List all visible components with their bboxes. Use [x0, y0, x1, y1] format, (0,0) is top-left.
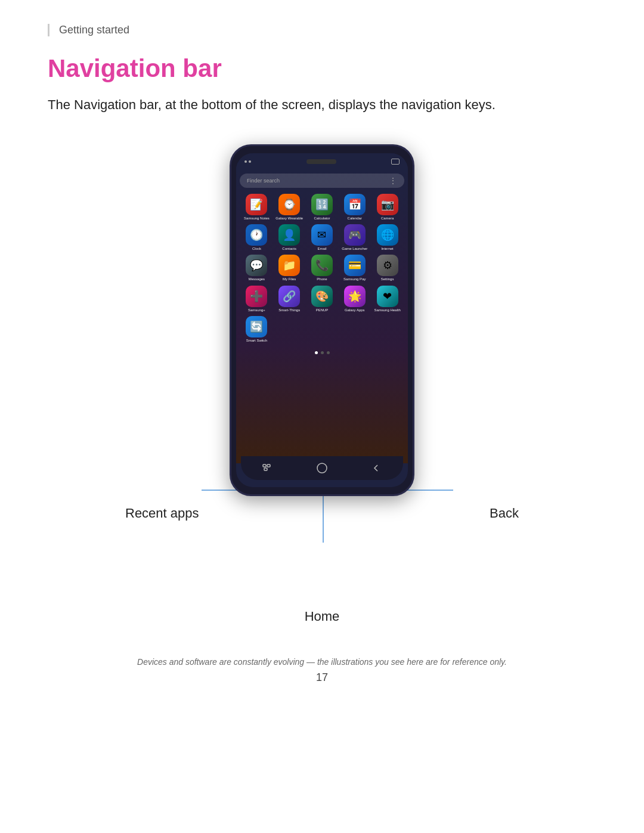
home-label: Home: [305, 609, 340, 624]
calculator-icon: 🔢: [311, 194, 333, 215]
app-my-files[interactable]: 📁 My Files: [274, 255, 305, 281]
app-phone[interactable]: 📞 Phone: [306, 255, 338, 281]
status-bar: [236, 153, 408, 170]
app-samsung-health[interactable]: ❤ Samsung Health: [371, 286, 403, 312]
app-messages[interactable]: 💬 Messages: [241, 255, 273, 281]
camera-label: Camera: [381, 216, 394, 221]
my-files-icon: 📁: [278, 255, 300, 276]
smart-switch-icon: 🔄: [246, 316, 267, 337]
app-calendar[interactable]: 📅 Calendar: [339, 194, 370, 221]
page-dot-2: [321, 351, 324, 354]
samsung-plus-label: Samsung+: [248, 308, 265, 312]
messages-icon: 💬: [246, 255, 267, 276]
samsung-pay-icon: 💳: [344, 255, 366, 276]
app-penup[interactable]: 🎨 PENUP: [306, 286, 338, 312]
internet-label: Internet: [381, 247, 393, 251]
samsung-notes-label: Samsung Notes: [244, 216, 270, 221]
calendar-label: Calendar: [348, 216, 362, 221]
app-internet[interactable]: 🌐 Internet: [371, 224, 403, 251]
smart-switch-label: Smart Switch: [246, 339, 267, 343]
svg-rect-5: [264, 468, 267, 470]
page-dot-3: [327, 351, 330, 354]
svg-rect-3: [263, 465, 266, 467]
email-icon: ✉: [311, 224, 333, 246]
app-samsung-plus[interactable]: ➕ Samsung+: [241, 286, 273, 312]
home-button[interactable]: [295, 463, 349, 473]
page-dots: [240, 351, 404, 354]
settings-icon: ⚙: [377, 255, 398, 276]
contacts-icon: 👤: [278, 224, 300, 246]
phone-label: Phone: [317, 277, 327, 281]
app-calculator[interactable]: 🔢 Calculator: [306, 194, 338, 221]
footer-note: Devices and software are constantly evol…: [48, 657, 596, 667]
back-icon: [372, 464, 380, 472]
messages-label: Messages: [249, 277, 265, 281]
diagram-inner: Recent apps Back: [113, 144, 531, 574]
navigation-bar: [241, 456, 403, 480]
app-settings[interactable]: ⚙ Settings: [371, 255, 403, 281]
game-launcher-icon: 🎮: [344, 224, 366, 246]
annotation-recent-apps: Recent apps: [125, 506, 199, 521]
samsung-health-icon: ❤: [377, 286, 398, 307]
app-smart-things[interactable]: 🔗 Smart-Things: [274, 286, 305, 312]
settings-label: Settings: [381, 277, 394, 281]
screen-content: Finder search ⋮ 📝 Samsung Notes ⌚: [236, 170, 408, 463]
breadcrumb: Getting started: [48, 24, 596, 36]
svg-point-6: [317, 463, 327, 473]
app-samsung-pay[interactable]: 💳 Samsung Pay: [339, 255, 370, 281]
contacts-label: Contacts: [282, 247, 296, 251]
smart-things-icon: 🔗: [278, 286, 300, 307]
battery-icon: [391, 159, 400, 165]
finder-search-bar[interactable]: Finder search ⋮: [240, 174, 404, 188]
home-icon: [317, 463, 327, 473]
clock-icon: 🕐: [246, 224, 267, 246]
app-grid: 📝 Samsung Notes ⌚ Galaxy Wearable 🔢 Calc…: [240, 194, 404, 343]
game-launcher-label: Game Launcher: [342, 247, 367, 251]
status-bar-speaker: [306, 159, 336, 164]
smart-things-label: Smart-Things: [278, 308, 300, 312]
clock-label: Clock: [252, 247, 261, 251]
samsung-notes-icon: 📝: [246, 194, 267, 215]
app-game-launcher[interactable]: 🎮 Game Launcher: [339, 224, 370, 251]
samsung-health-label: Samsung Health: [374, 308, 400, 312]
status-dot-2: [249, 160, 251, 163]
page-container: Getting started Navigation bar The Navig…: [0, 0, 644, 833]
recent-apps-icon: [262, 464, 273, 472]
status-bar-right: [391, 159, 400, 165]
app-galaxy-apps[interactable]: 🌟 Galaxy Apps: [339, 286, 370, 312]
annotation-home: Home: [305, 609, 340, 624]
finder-text: Finder search: [247, 178, 280, 184]
app-camera[interactable]: 📷 Camera: [371, 194, 403, 221]
app-clock[interactable]: 🕐 Clock: [241, 224, 273, 251]
galaxy-apps-icon: 🌟: [344, 286, 366, 307]
description: The Navigation bar, at the bottom of the…: [48, 95, 596, 114]
my-files-label: My Files: [283, 277, 296, 281]
page-dot-1: [315, 351, 318, 354]
penup-label: PENUP: [316, 308, 329, 312]
email-label: Email: [317, 247, 326, 251]
galaxy-wearable-label: Galaxy Wearable: [275, 216, 303, 221]
back-button[interactable]: [349, 464, 403, 472]
calendar-icon: 📅: [344, 194, 366, 215]
samsung-plus-icon: ➕: [246, 286, 267, 307]
status-dot-1: [244, 160, 247, 163]
app-email[interactable]: ✉ Email: [306, 224, 338, 251]
penup-icon: 🎨: [311, 286, 333, 307]
camera-icon: 📷: [377, 194, 398, 215]
page-title: Navigation bar: [48, 54, 596, 83]
app-samsung-notes[interactable]: 📝 Samsung Notes: [241, 194, 273, 221]
svg-rect-4: [267, 465, 270, 467]
app-smart-switch[interactable]: 🔄 Smart Switch: [241, 316, 273, 343]
galaxy-apps-label: Galaxy Apps: [345, 308, 365, 312]
samsung-pay-label: Samsung Pay: [343, 277, 366, 281]
page-number: 17: [48, 671, 596, 684]
app-contacts[interactable]: 👤 Contacts: [274, 224, 305, 251]
phone-device: Finder search ⋮ 📝 Samsung Notes ⌚: [230, 144, 414, 496]
diagram-area: Recent apps Back: [48, 144, 596, 574]
phone-icon: 📞: [311, 255, 333, 276]
recent-apps-button[interactable]: [241, 464, 295, 472]
phone-screen: Finder search ⋮ 📝 Samsung Notes ⌚: [236, 153, 408, 487]
app-galaxy-wearable[interactable]: ⌚ Galaxy Wearable: [274, 194, 305, 221]
finder-menu-icon[interactable]: ⋮: [389, 176, 397, 185]
annotation-back: Back: [490, 506, 519, 521]
